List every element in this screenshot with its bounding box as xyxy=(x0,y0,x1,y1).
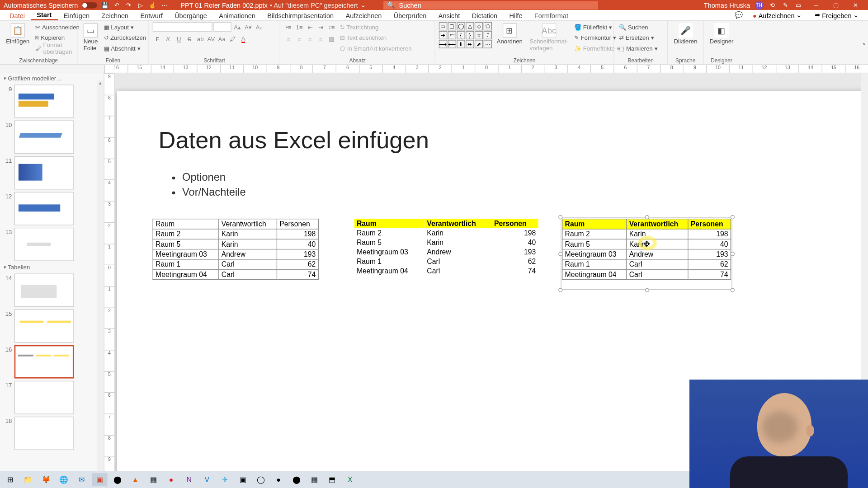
align-center-icon[interactable]: ≡ xyxy=(295,34,304,43)
shapes-gallery[interactable]: ▭▢◯△◇⬠ ➜⬳{}☆⤴ ⟶⟵⬍⬌⬈⋯ xyxy=(439,22,492,48)
slide-bullets[interactable]: Optionen Vor/Nachteile xyxy=(170,171,246,201)
tab-animations[interactable]: Animationen xyxy=(213,10,261,20)
font-color-icon[interactable]: A xyxy=(239,34,248,43)
app-icon-8[interactable]: ▦ xyxy=(307,473,322,486)
shadow-icon[interactable]: ab xyxy=(196,34,205,43)
minimize-button[interactable]: ─ xyxy=(807,0,826,10)
thumb-slide-16[interactable] xyxy=(14,345,74,379)
quickstyles-button[interactable]: AbcSchnellformat- vorlagen xyxy=(527,22,571,52)
vlc-icon[interactable]: ▲ xyxy=(127,473,143,486)
font-size-input[interactable] xyxy=(213,22,231,32)
title-dropdown-icon[interactable]: ⌄ xyxy=(360,1,366,9)
justify-icon[interactable]: ≡ xyxy=(316,34,326,43)
chrome-icon[interactable]: 🌐 xyxy=(56,473,71,486)
designer-button[interactable]: ◧Designer xyxy=(707,22,736,46)
close-button[interactable]: ✕ xyxy=(847,0,865,10)
columns-icon[interactable]: ▥ xyxy=(327,34,336,43)
sync-icon[interactable]: ⟲ xyxy=(768,1,776,9)
thumbnail-pane[interactable]: Grafiken modellier… 9 10 11 12 13 Tabell… xyxy=(0,73,104,477)
autosave-toggle[interactable] xyxy=(81,2,97,8)
tab-slideshow[interactable]: Bildschirmpräsentation xyxy=(261,10,340,20)
copy-button[interactable]: ⎘Kopieren xyxy=(34,33,81,42)
line-spacing-icon[interactable]: ↕≡ xyxy=(327,22,336,32)
clear-format-icon[interactable]: Aₓ xyxy=(254,22,264,32)
thumb-slide-13[interactable] xyxy=(14,228,74,261)
excel-icon[interactable]: X xyxy=(342,473,358,486)
qat-more-icon[interactable]: ⋯ xyxy=(160,1,168,9)
smartart-button[interactable]: ⬡In SmartArt konvertieren xyxy=(339,43,413,53)
thumb-slide-11[interactable] xyxy=(14,156,74,190)
text-direction-button[interactable]: ↻Textrichtung xyxy=(339,22,413,32)
align-text-button[interactable]: ⊟Text ausrichten xyxy=(339,33,413,42)
tab-transitions[interactable]: Übergänge xyxy=(169,10,213,20)
tab-record[interactable]: Aufzeichnen xyxy=(340,10,387,20)
tab-design[interactable]: Entwurf xyxy=(134,10,169,20)
layout-button[interactable]: ▦Layout▾ xyxy=(103,22,147,32)
share-button[interactable]: ➦Freigeben⌄ xyxy=(811,11,862,19)
app-icon-2[interactable]: ▦ xyxy=(146,473,161,486)
paste-button[interactable]: 📋Einfügen xyxy=(4,22,32,46)
record-button[interactable]: Aufzeichnen⌄ xyxy=(749,11,805,19)
thumb-slide-15[interactable] xyxy=(14,310,74,343)
app-icon-5[interactable]: ◯ xyxy=(253,473,268,486)
vscode-icon[interactable]: V xyxy=(199,473,215,486)
inking-icon[interactable]: ✎ xyxy=(781,1,789,9)
align-right-icon[interactable]: ≡ xyxy=(305,34,315,43)
onenote-icon[interactable]: N xyxy=(181,473,197,486)
tab-shapeformat[interactable]: Formformat xyxy=(528,10,574,20)
thumb-slide-12[interactable] xyxy=(14,192,74,225)
indent-inc-icon[interactable]: ⇥ xyxy=(316,22,326,32)
format-painter-button[interactable]: 🖌Format übertragen xyxy=(34,43,81,53)
thumb-slide-14[interactable] xyxy=(14,273,74,307)
app-icon-7[interactable]: ⬤ xyxy=(288,473,304,486)
redo-icon[interactable]: ↷ xyxy=(124,1,132,9)
tab-home[interactable]: Start xyxy=(31,10,57,20)
indent-dec-icon[interactable]: ⇤ xyxy=(305,22,315,32)
section-header-2[interactable]: Tabellen xyxy=(0,262,104,272)
firefox-icon[interactable]: 🦊 xyxy=(38,473,53,486)
table-a[interactable]: RaumVerantwortlichPersonenRaum 2Karin198… xyxy=(152,219,318,280)
thumb-slide-9[interactable] xyxy=(14,84,74,118)
start-icon[interactable]: ⊞ xyxy=(2,473,18,486)
thumb-slide-17[interactable] xyxy=(14,381,74,414)
find-button[interactable]: 🔍Suchen xyxy=(618,22,658,32)
shrink-font-icon[interactable]: A▾ xyxy=(243,22,253,32)
tab-review[interactable]: Überprüfen xyxy=(388,10,433,20)
underline-icon[interactable]: U xyxy=(174,34,184,43)
highlight-icon[interactable]: 🖍 xyxy=(228,34,237,43)
collapse-ribbon-icon[interactable]: ⌄ xyxy=(860,21,868,64)
tab-insert[interactable]: Einfügen xyxy=(58,10,96,20)
save-icon[interactable]: 💾 xyxy=(101,1,109,9)
slide-title[interactable]: Daten aus Excel einfügen xyxy=(159,127,429,154)
select-button[interactable]: ⬚Markieren▾ xyxy=(618,43,658,53)
fill-button[interactable]: 🪣Fülleffekt▾ xyxy=(573,22,621,32)
app-icon-1[interactable]: ⬤ xyxy=(110,473,125,486)
align-left-icon[interactable]: ≡ xyxy=(284,34,293,43)
tab-dictation[interactable]: Dictation xyxy=(466,10,504,20)
table-b[interactable]: RaumVerantwortlichPersonenRaum 2Karin198… xyxy=(354,219,538,276)
outline-button[interactable]: ✎Formkontur▾ xyxy=(573,33,621,42)
cut-button[interactable]: ✂Ausschneiden xyxy=(34,22,81,32)
bullets-icon[interactable]: •≡ xyxy=(284,22,293,32)
powerpoint-icon[interactable]: ▣ xyxy=(92,473,107,486)
undo-icon[interactable]: ↶ xyxy=(113,1,121,9)
font-family-input[interactable] xyxy=(153,22,212,32)
from-start-icon[interactable]: ▷ xyxy=(137,1,145,9)
comments-icon[interactable]: 💬 xyxy=(735,11,743,19)
tab-help[interactable]: Hilfe xyxy=(503,10,528,20)
app-icon-6[interactable]: ● xyxy=(271,473,286,486)
app-icon-9[interactable]: ⬒ xyxy=(325,473,340,486)
touch-icon[interactable]: ☝ xyxy=(148,1,156,9)
tab-view[interactable]: Ansicht xyxy=(433,10,466,20)
tab-draw[interactable]: Zeichnen xyxy=(95,10,134,20)
spacing-icon[interactable]: AV xyxy=(206,34,216,43)
thumb-scrollbar[interactable]: ▴▾ xyxy=(97,80,104,477)
maximize-button[interactable]: ▢ xyxy=(827,0,845,10)
thumb-slide-18[interactable] xyxy=(14,417,74,450)
dictate-button[interactable]: 🎤Diktieren xyxy=(671,22,700,46)
user-avatar[interactable]: TH xyxy=(755,1,763,9)
case-icon[interactable]: Aa xyxy=(217,34,226,43)
explorer-icon[interactable]: 📁 xyxy=(20,473,36,486)
replace-button[interactable]: ⇄Ersetzen▾ xyxy=(618,33,658,42)
numbering-icon[interactable]: 1≡ xyxy=(295,22,304,32)
